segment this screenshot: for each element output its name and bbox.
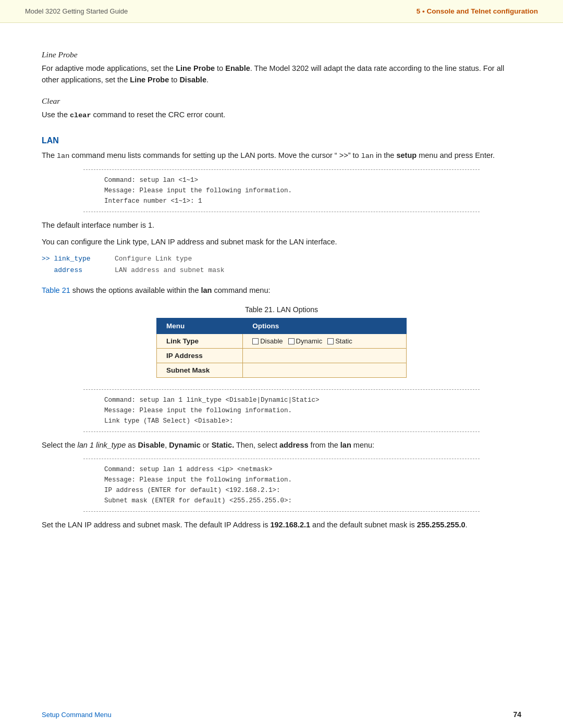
lt-arrow-1: >> link_type — [42, 253, 115, 265]
main-content: Line Probe For adaptive mode application… — [0, 23, 563, 703]
code-line: Message: Please input the following info… — [104, 475, 459, 485]
code-line: Subnet mask (ENTER for default) <255.255… — [104, 496, 459, 506]
lt-name-2: address — [42, 265, 115, 276]
checkbox-disable: Disable — [252, 337, 283, 345]
header-left: Model 3202 Getting Started Guide — [25, 7, 128, 15]
options-link-type: Disable Dynamic Static — [243, 334, 407, 349]
table-row-link-type: Link Type Disable Dynamic — [157, 334, 407, 349]
page-footer: Setup Command Menu 74 — [0, 703, 563, 728]
menu-link-type: Link Type — [157, 334, 243, 349]
select-text: Select the lan 1 link_type as Disable, D… — [42, 439, 521, 451]
config-text: You can configure the Link type, LAN IP … — [42, 236, 521, 248]
code-line: Interface number <1~1>: 1 — [104, 196, 459, 206]
link-type-row-2: address LAN address and subnet mask — [42, 265, 521, 276]
table-header-row: Menu Options — [157, 318, 407, 334]
checkbox-dynamic: Dynamic — [288, 337, 323, 345]
section-clear: Clear Use the clear command to reset the… — [42, 96, 521, 121]
clear-body: Use the clear command to reset the CRC e… — [42, 109, 521, 121]
code-block-3: Command: setup lan 1 address <ip> <netma… — [83, 459, 480, 512]
line-probe-heading: Line Probe — [42, 50, 521, 59]
code-line: Message: Please input the following info… — [104, 186, 459, 196]
table-21-link[interactable]: Table 21 — [42, 286, 70, 294]
footer-setup-command-menu: Setup Command Menu — [42, 711, 112, 719]
section-line-probe: Line Probe For adaptive mode application… — [42, 50, 521, 86]
options-ip-address — [243, 349, 407, 363]
summary-text: Set the LAN IP address and subnet mask. … — [42, 519, 521, 530]
code-line: Command: setup lan <1~1> — [104, 175, 459, 186]
section-lan: LAN The lan command menu lists commands … — [42, 136, 521, 162]
table-row-subnet-mask: Subnet Mask — [157, 363, 407, 378]
lt-desc-2: LAN address and subnet mask — [115, 265, 225, 276]
link-type-list: >> link_type Configure Link type address… — [42, 253, 521, 276]
code-line: Message: Please input the following info… — [104, 405, 459, 416]
col-menu: Menu — [157, 318, 243, 334]
table-row-ip-address: IP Address — [157, 349, 407, 363]
footer-page-number: 74 — [513, 710, 521, 719]
lt-desc-1: Configure Link type — [115, 253, 192, 265]
clear-heading: Clear — [42, 96, 521, 106]
lan-heading: LAN — [42, 136, 521, 145]
code-line: Command: setup lan 1 link_type <Disable|… — [104, 395, 459, 405]
code-block-2: Command: setup lan 1 link_type <Disable|… — [83, 389, 480, 432]
lan-options-table: Menu Options Link Type Disable — [156, 318, 407, 378]
header-right: 5 • Console and Telnet configuration — [417, 7, 538, 15]
table-ref-text: Table 21 shows the options available wit… — [42, 285, 521, 296]
line-probe-body: For adaptive mode applications, set the … — [42, 63, 521, 86]
menu-ip-address: IP Address — [157, 349, 243, 363]
menu-subnet-mask: Subnet Mask — [157, 363, 243, 378]
checkbox-box-disable — [252, 338, 259, 344]
checkbox-box-static — [327, 338, 334, 344]
code-line: Command: setup lan 1 address <ip> <netma… — [104, 464, 459, 475]
table-21-container: Table 21. LAN Options Menu Options Link … — [42, 305, 521, 378]
checkbox-box-dynamic — [288, 338, 295, 344]
code-line: Link type (TAB Select) <Disable>: — [104, 416, 459, 426]
page-header: Model 3202 Getting Started Guide 5 • Con… — [0, 0, 563, 23]
default-interface-text: The default interface number is 1. — [42, 219, 521, 231]
code-block-1: Command: setup lan <1~1> Message: Please… — [83, 169, 480, 212]
table-caption: Table 21. LAN Options — [245, 305, 318, 314]
options-subnet-mask — [243, 363, 407, 378]
col-options: Options — [243, 318, 407, 334]
lan-intro: The lan command menu lists commands for … — [42, 150, 521, 162]
options-cell-link-type: Disable Dynamic Static — [252, 337, 397, 345]
link-type-row-1: >> link_type Configure Link type — [42, 253, 521, 265]
checkbox-static: Static — [327, 337, 352, 345]
code-line: IP address (ENTER for default) <192.168.… — [104, 485, 459, 496]
